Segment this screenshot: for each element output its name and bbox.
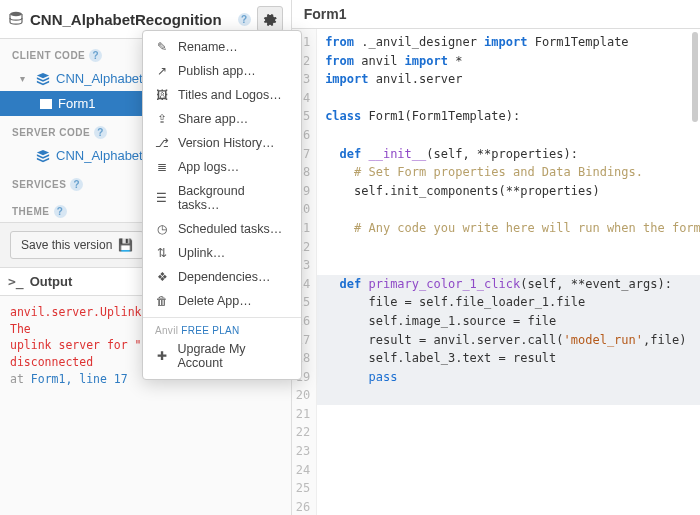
code-content[interactable]: from ._anvil_designer import Form1Templa… [317, 29, 700, 515]
menu-publish[interactable]: ↗Publish app… [143, 59, 301, 83]
save-button-label: Save this version [21, 238, 112, 252]
share-arrow-icon: ↗ [155, 64, 169, 78]
error-at-prefix: at [10, 372, 31, 386]
menu-titles-logos[interactable]: 🖼Titles and Logos… [143, 83, 301, 107]
pencil-icon: ✎ [155, 40, 169, 54]
project-name: CNN_AlphabetRecognition [30, 11, 222, 28]
branch-icon: ⎇ [155, 136, 169, 150]
terminal-icon: >_ [8, 274, 24, 289]
project-icon [8, 11, 24, 27]
save-version-button[interactable]: Save this version 💾 [10, 231, 144, 259]
settings-gear-button[interactable] [257, 6, 283, 32]
code-editor[interactable]: 1 2 3 4 5 6 7 8 9 10 11 12 13 14 15 16 1… [292, 29, 700, 515]
editor-scrollbar[interactable] [690, 30, 700, 515]
menu-delete-app[interactable]: 🗑Delete App… [143, 289, 301, 313]
plan-heading: Anvil Anvil FREE PLANFREE PLAN [143, 322, 301, 337]
settings-dropdown-menu: ✎Rename… ↗Publish app… 🖼Titles and Logos… [142, 30, 302, 380]
share-icon: ⇪ [155, 112, 169, 126]
menu-app-logs[interactable]: ≣App logs… [143, 155, 301, 179]
tasks-icon: ☰ [155, 191, 169, 205]
menu-scheduled-tasks[interactable]: ◷Scheduled tasks… [143, 217, 301, 241]
plus-square-icon: ✚ [155, 349, 168, 363]
scrollbar-thumb[interactable] [692, 32, 698, 122]
menu-rename[interactable]: ✎Rename… [143, 35, 301, 59]
menu-dependencies[interactable]: ❖Dependencies… [143, 265, 301, 289]
menu-version-history[interactable]: ⎇Version History… [143, 131, 301, 155]
trash-icon: 🗑 [155, 294, 169, 308]
menu-background-tasks[interactable]: ☰Background tasks… [143, 179, 301, 217]
list-icon: ≣ [155, 160, 169, 174]
module-icon [36, 72, 50, 86]
save-icon: 💾 [118, 238, 133, 252]
help-icon[interactable]: ? [70, 178, 83, 191]
form-icon [40, 99, 52, 109]
editor-panel: Form1 1 2 3 4 5 6 7 8 9 10 11 12 13 14 1… [292, 0, 700, 515]
menu-upgrade-account[interactable]: ✚Upgrade My Account [143, 337, 301, 375]
help-icon[interactable]: ? [89, 49, 102, 62]
image-icon: 🖼 [155, 88, 169, 102]
uplink-icon: ⇅ [155, 246, 169, 260]
menu-divider [143, 317, 301, 318]
error-text: disconnected [10, 355, 93, 369]
clock-icon: ◷ [155, 222, 169, 236]
menu-share-app[interactable]: ⇪Share app… [143, 107, 301, 131]
gear-icon [262, 12, 277, 27]
svg-point-0 [10, 12, 22, 16]
help-icon[interactable]: ? [94, 126, 107, 139]
chevron-down-icon: ▾ [20, 73, 30, 84]
help-icon[interactable]: ? [54, 205, 67, 218]
menu-uplink[interactable]: ⇅Uplink… [143, 241, 301, 265]
output-title: Output [30, 274, 73, 289]
form-label: Form1 [58, 96, 96, 111]
module-icon [36, 149, 50, 163]
help-icon[interactable]: ? [238, 13, 251, 26]
editor-tab-label: Form1 [292, 0, 700, 29]
error-location-link[interactable]: Form1, line 17 [31, 372, 128, 386]
puzzle-icon: ❖ [155, 270, 169, 284]
